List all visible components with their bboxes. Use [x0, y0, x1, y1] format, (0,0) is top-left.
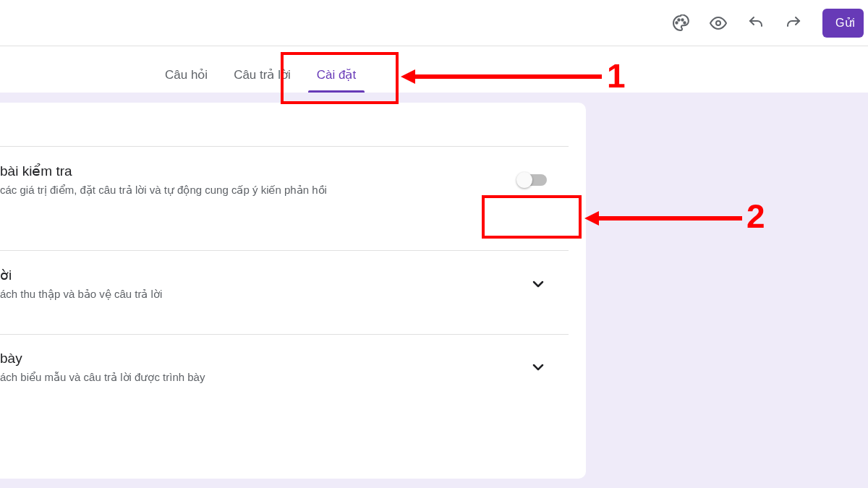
section-presentation[interactable]: bày ách biểu mẫu và câu trả lời được trì… [0, 334, 569, 400]
palette-icon[interactable] [665, 7, 697, 39]
tab-settings[interactable]: Cài đặt [308, 60, 365, 93]
presentation-desc: ách biểu mẫu và câu trả lời được trình b… [0, 371, 529, 384]
chevron-down-icon[interactable] [529, 275, 547, 293]
preview-icon[interactable] [702, 7, 734, 39]
svg-point-1 [678, 19, 679, 20]
tab-questions[interactable]: Câu hỏi [156, 60, 216, 93]
quiz-toggle[interactable] [518, 174, 547, 186]
tabs-row: Câu hỏi Câu trả lời Cài đặt [0, 46, 868, 93]
chevron-down-icon[interactable] [529, 359, 547, 376]
presentation-title: bày [0, 351, 529, 367]
responses-title: ời [0, 267, 529, 283]
toggle-knob [516, 172, 532, 188]
redo-icon[interactable] [778, 7, 809, 39]
section-responses[interactable]: ời ách thu thập và bảo vệ câu trả lời [0, 250, 569, 317]
section-quiz: bài kiểm tra các giá trị điểm, đặt câu t… [0, 146, 569, 213]
svg-point-0 [676, 22, 677, 23]
responses-desc: ách thu thập và bảo vệ câu trả lời [0, 288, 529, 301]
tab-responses[interactable]: Câu trả lời [225, 60, 299, 93]
undo-icon[interactable] [740, 7, 772, 39]
top-toolbar: Gửi [0, 0, 868, 46]
svg-point-2 [681, 19, 683, 20]
svg-point-3 [684, 22, 685, 23]
content-area: bài kiểm tra các giá trị điểm, đặt câu t… [0, 93, 868, 488]
svg-point-4 [716, 21, 720, 25]
send-button[interactable]: Gửi [822, 9, 864, 38]
quiz-title: bài kiểm tra [0, 163, 518, 179]
settings-card: bài kiểm tra các giá trị điểm, đặt câu t… [0, 103, 586, 479]
quiz-desc: các giá trị điểm, đặt câu trả lời và tự … [0, 184, 518, 197]
